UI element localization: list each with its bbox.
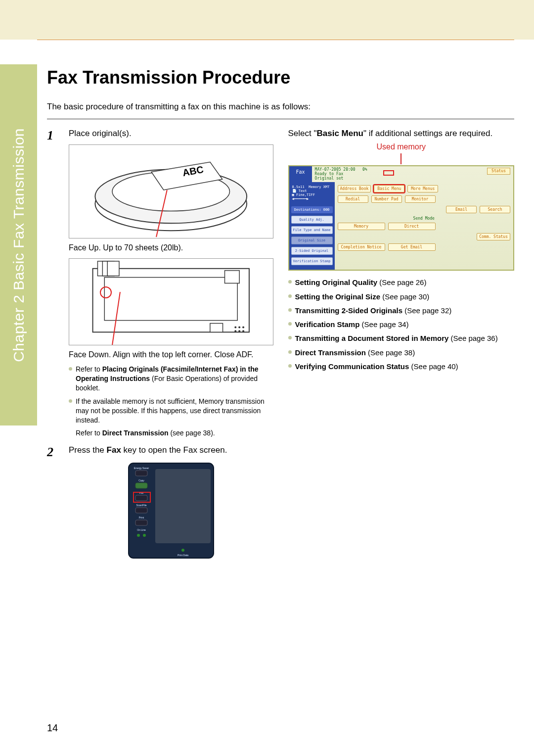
svg-point-14 [234,330,236,332]
feat-verify-comm: Verifying Communication Status (See page… [288,362,515,372]
btn-direct[interactable]: Direct [388,223,436,230]
step-2-text: Press the Fax key to open the Fax screen… [69,445,273,456]
figure-adf: ABC [69,144,273,238]
svg-point-16 [242,330,244,332]
caption-glass: Face Down. Align with the top left corne… [69,349,273,360]
btn-basic-menu[interactable]: Basic Menu [374,185,404,192]
svg-text:Print Data: Print Data [178,554,188,557]
feat-original-size: Setting the Original Size (See page 30) [288,292,515,302]
svg-rect-18 [155,469,211,543]
intro-rule [47,119,514,119]
step-1-notes: Refer to Placing Originals (Facsimile/In… [69,365,273,425]
feat-direct-trans: Direct Transmission (See page 38) [288,348,515,358]
feat-original-quality: Setting Original Quality (See page 26) [288,278,515,287]
svg-point-12 [238,326,240,328]
svg-text:Print: Print [139,516,144,519]
svg-rect-26 [135,508,147,513]
fax-date: MAY-07-2005 20:00 [315,167,356,172]
btn-monitor[interactable]: Monitor [405,195,436,203]
feat-2sided: Transmitting 2-Sided Originals (See page… [288,306,515,316]
svg-point-31 [143,534,146,537]
fax-ready: Ready to Fax [315,172,344,176]
intro-text: The basic procedure of transmitting a fa… [47,102,514,112]
note-2: If the available memory is not sufficien… [69,397,273,425]
side-file-type[interactable]: File Type and Name [291,226,333,234]
corner-circle-mark [100,286,112,298]
svg-rect-10 [210,323,223,332]
svg-text:On Line: On Line [137,528,146,531]
top-band [0,0,534,40]
svg-point-13 [242,326,244,328]
used-memory-label: Used memory [288,142,515,151]
fax-original-set: Original set [315,176,344,181]
svg-point-33 [181,549,184,552]
side-original-size[interactable]: Original Size [291,236,333,244]
btn-get-email[interactable]: Get Email [388,243,436,251]
chapter-side-label: Chapter 2 Basic Fax Transmission [10,128,27,362]
side-verif-stamp[interactable]: Verification Stamp [291,257,333,265]
svg-text:Scan/File: Scan/File [136,504,146,507]
btn-memory[interactable]: Memory [338,223,385,230]
btn-number-pad[interactable]: Number Pad [371,195,402,203]
adf-illustration: ABC [69,145,273,238]
svg-rect-8 [107,261,119,276]
feature-list: Setting Original Quality (See page 26) S… [288,278,515,372]
step-1-number: 1 [47,128,60,438]
btn-search[interactable]: Search [480,206,510,213]
svg-point-30 [137,534,140,537]
feat-doc-stored: Transmitting a Document Stored in Memory… [288,333,515,343]
svg-point-15 [238,330,240,332]
chapter-side-tab: Chapter 2 Basic Fax Transmission [0,64,37,425]
caption-adf: Face Up. Up to 70 sheets (20lb). [69,242,273,253]
btn-more-menus[interactable]: More Menus [407,185,438,192]
btn-completion-notice[interactable]: Completion Notice [338,243,385,251]
figure-glass [69,258,273,345]
ref-direct-transmission: Refer to Direct Transmission (see page 3… [69,428,273,438]
fax-tab: Fax [289,166,312,182]
status-button[interactable]: Status [487,168,510,175]
step-1-text: Place original(s). [69,128,273,140]
send-mode-label: Send Mode [338,216,511,221]
svg-point-11 [234,326,236,328]
svg-rect-9 [225,270,240,283]
destinations-chip[interactable]: Destinations: 000 [291,206,333,213]
btn-address-book[interactable]: Address Book [338,185,371,192]
fax-pct: 0% [362,167,367,172]
note-1: Refer to Placing Originals (Facsimile/In… [69,365,273,393]
page-number: 14 [47,722,58,734]
btn-email[interactable]: Email [446,206,477,213]
page-title: Fax Transmission Procedure [47,67,514,88]
side-quality-adj[interactable]: Quality Adj. [291,216,333,224]
svg-rect-22 [135,483,147,488]
control-panel-illustration: Energy Saver Copy Fax Scan/File Print [127,461,216,560]
step-2-number: 2 [47,445,60,560]
figure-control-panel: Energy Saver Copy Fax Scan/File Print [127,461,216,560]
glass-illustration [69,259,273,345]
svg-text:Copy: Copy [138,479,144,482]
side-2sided[interactable]: 2-Sided Original [291,247,333,255]
select-basic-menu-text: Select "Basic Menu" if additional settin… [288,128,515,140]
fax-screen: Fax MAY-07-2005 20:00 0% Ready to Fax Or… [288,165,515,271]
btn-redial[interactable]: Redial [338,195,368,203]
fax-side-panel: 8.5x11 Memory XMT 📄 Text ▦ Fine,TIFF ◀━━… [289,182,335,270]
fax-key-highlight [133,492,151,503]
feat-verif-stamp: Verification Stamp (See page 34) [288,320,515,330]
used-memory-pointer [400,153,401,164]
svg-text:Energy Saver: Energy Saver [134,467,149,470]
btn-comm-status[interactable]: Comm. Status [477,233,510,240]
svg-rect-5 [104,277,237,320]
svg-rect-28 [135,520,147,525]
svg-rect-20 [135,471,147,476]
